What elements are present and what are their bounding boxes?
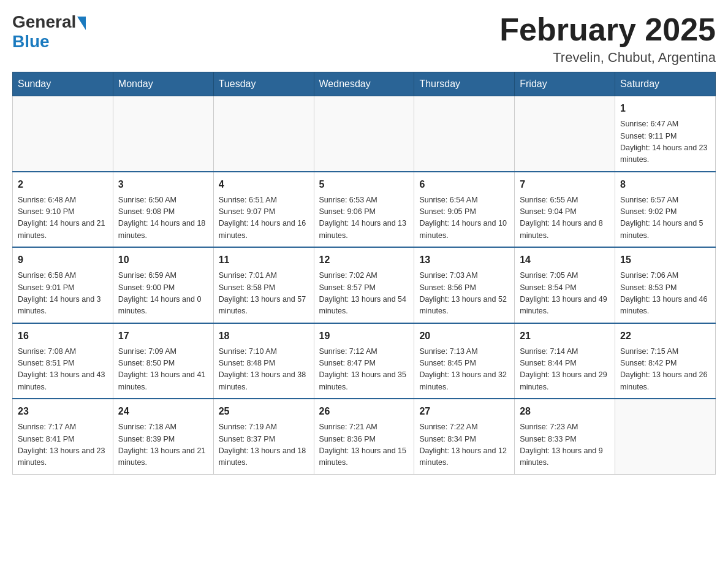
day-number: 17 — [118, 329, 208, 343]
day-info: Sunrise: 7:21 AMSunset: 8:36 PMDaylight:… — [319, 421, 409, 469]
day-info: Sunrise: 7:14 AMSunset: 8:44 PMDaylight:… — [520, 346, 610, 394]
day-number: 9 — [18, 253, 108, 267]
day-info: Sunrise: 6:55 AMSunset: 9:04 PMDaylight:… — [520, 194, 610, 242]
calendar-day: 9Sunrise: 6:58 AMSunset: 9:01 PMDaylight… — [13, 247, 113, 323]
calendar-day: 28Sunrise: 7:23 AMSunset: 8:33 PMDayligh… — [515, 399, 615, 474]
day-info: Sunrise: 7:01 AMSunset: 8:58 PMDaylight:… — [219, 270, 309, 318]
calendar-day: 16Sunrise: 7:08 AMSunset: 8:51 PMDayligh… — [13, 323, 113, 399]
calendar-header-thursday: Thursday — [414, 72, 515, 96]
day-number: 10 — [118, 253, 208, 267]
calendar-week-row: 1Sunrise: 6:47 AMSunset: 9:11 PMDaylight… — [13, 96, 716, 172]
day-info: Sunrise: 7:02 AMSunset: 8:57 PMDaylight:… — [319, 270, 409, 318]
day-number: 2 — [18, 177, 108, 192]
day-info: Sunrise: 7:08 AMSunset: 8:51 PMDaylight:… — [18, 346, 108, 394]
calendar-table: SundayMondayTuesdayWednesdayThursdayFrid… — [12, 72, 716, 475]
calendar-day — [213, 96, 314, 172]
day-info: Sunrise: 7:12 AMSunset: 8:47 PMDaylight:… — [319, 346, 409, 394]
day-number: 14 — [520, 253, 610, 267]
day-info: Sunrise: 7:22 AMSunset: 8:34 PMDaylight:… — [419, 421, 509, 469]
day-number: 27 — [419, 404, 509, 419]
day-info: Sunrise: 6:58 AMSunset: 9:01 PMDaylight:… — [18, 270, 108, 318]
calendar-header-row: SundayMondayTuesdayWednesdayThursdayFrid… — [13, 72, 716, 96]
calendar-day: 23Sunrise: 7:17 AMSunset: 8:41 PMDayligh… — [13, 399, 113, 474]
day-info: Sunrise: 7:15 AMSunset: 8:42 PMDaylight:… — [620, 346, 710, 394]
page-header: General Blue February 2025 Trevelin, Chu… — [12, 12, 716, 66]
calendar-day: 6Sunrise: 6:54 AMSunset: 9:05 PMDaylight… — [414, 172, 515, 248]
calendar-day — [414, 96, 515, 172]
calendar-day: 10Sunrise: 6:59 AMSunset: 9:00 PMDayligh… — [113, 247, 213, 323]
day-number: 1 — [620, 101, 710, 116]
day-number: 22 — [620, 329, 710, 343]
calendar-header-sunday: Sunday — [13, 72, 113, 96]
day-info: Sunrise: 7:19 AMSunset: 8:37 PMDaylight:… — [219, 421, 309, 469]
calendar-day: 18Sunrise: 7:10 AMSunset: 8:48 PMDayligh… — [213, 323, 314, 399]
day-info: Sunrise: 7:05 AMSunset: 8:54 PMDaylight:… — [520, 270, 610, 318]
day-number: 5 — [319, 177, 409, 192]
calendar-header-tuesday: Tuesday — [213, 72, 314, 96]
calendar-day: 27Sunrise: 7:22 AMSunset: 8:34 PMDayligh… — [414, 399, 515, 474]
day-info: Sunrise: 7:03 AMSunset: 8:56 PMDaylight:… — [419, 270, 509, 318]
day-number: 6 — [419, 177, 509, 192]
day-info: Sunrise: 7:18 AMSunset: 8:39 PMDaylight:… — [118, 421, 208, 469]
day-info: Sunrise: 6:57 AMSunset: 9:02 PMDaylight:… — [620, 194, 710, 242]
day-info: Sunrise: 7:10 AMSunset: 8:48 PMDaylight:… — [219, 346, 309, 394]
calendar-week-row: 16Sunrise: 7:08 AMSunset: 8:51 PMDayligh… — [13, 323, 716, 399]
day-info: Sunrise: 6:59 AMSunset: 9:00 PMDaylight:… — [118, 270, 208, 318]
location-subtitle: Trevelin, Chubut, Argentina — [499, 50, 716, 66]
calendar-day: 3Sunrise: 6:50 AMSunset: 9:08 PMDaylight… — [113, 172, 213, 248]
day-number: 13 — [419, 253, 509, 267]
logo-triangle-icon — [77, 17, 86, 30]
calendar-header-wednesday: Wednesday — [314, 72, 414, 96]
day-number: 23 — [18, 404, 108, 419]
day-number: 18 — [219, 329, 309, 343]
calendar-day: 15Sunrise: 7:06 AMSunset: 8:53 PMDayligh… — [615, 247, 716, 323]
calendar-day: 25Sunrise: 7:19 AMSunset: 8:37 PMDayligh… — [213, 399, 314, 474]
day-number: 11 — [219, 253, 309, 267]
calendar-day — [615, 399, 716, 474]
calendar-day: 19Sunrise: 7:12 AMSunset: 8:47 PMDayligh… — [314, 323, 414, 399]
calendar-week-row: 2Sunrise: 6:48 AMSunset: 9:10 PMDaylight… — [13, 172, 716, 248]
calendar-day: 26Sunrise: 7:21 AMSunset: 8:36 PMDayligh… — [314, 399, 414, 474]
day-number: 24 — [118, 404, 208, 419]
calendar-day: 22Sunrise: 7:15 AMSunset: 8:42 PMDayligh… — [615, 323, 716, 399]
calendar-day: 4Sunrise: 6:51 AMSunset: 9:07 PMDaylight… — [213, 172, 314, 248]
calendar-day — [113, 96, 213, 172]
day-info: Sunrise: 7:23 AMSunset: 8:33 PMDaylight:… — [520, 421, 610, 469]
calendar-day: 17Sunrise: 7:09 AMSunset: 8:50 PMDayligh… — [113, 323, 213, 399]
calendar-day: 12Sunrise: 7:02 AMSunset: 8:57 PMDayligh… — [314, 247, 414, 323]
day-number: 15 — [620, 253, 710, 267]
calendar-day: 24Sunrise: 7:18 AMSunset: 8:39 PMDayligh… — [113, 399, 213, 474]
day-number: 4 — [219, 177, 309, 192]
day-number: 25 — [219, 404, 309, 419]
calendar-week-row: 23Sunrise: 7:17 AMSunset: 8:41 PMDayligh… — [13, 399, 716, 474]
calendar-day: 1Sunrise: 6:47 AMSunset: 9:11 PMDaylight… — [615, 96, 716, 172]
calendar-day — [13, 96, 113, 172]
day-number: 19 — [319, 329, 409, 343]
calendar-header-monday: Monday — [113, 72, 213, 96]
day-info: Sunrise: 6:50 AMSunset: 9:08 PMDaylight:… — [118, 194, 208, 242]
calendar-day — [314, 96, 414, 172]
logo-blue-text: Blue — [12, 32, 50, 52]
day-info: Sunrise: 7:09 AMSunset: 8:50 PMDaylight:… — [118, 346, 208, 394]
logo: General Blue — [12, 12, 86, 52]
month-title: February 2025 — [499, 12, 716, 47]
day-info: Sunrise: 6:54 AMSunset: 9:05 PMDaylight:… — [419, 194, 509, 242]
calendar-day: 5Sunrise: 6:53 AMSunset: 9:06 PMDaylight… — [314, 172, 414, 248]
calendar-day: 7Sunrise: 6:55 AMSunset: 9:04 PMDaylight… — [515, 172, 615, 248]
calendar-day: 14Sunrise: 7:05 AMSunset: 8:54 PMDayligh… — [515, 247, 615, 323]
calendar-day: 21Sunrise: 7:14 AMSunset: 8:44 PMDayligh… — [515, 323, 615, 399]
day-number: 3 — [118, 177, 208, 192]
day-number: 12 — [319, 253, 409, 267]
calendar-day: 8Sunrise: 6:57 AMSunset: 9:02 PMDaylight… — [615, 172, 716, 248]
calendar-day — [515, 96, 615, 172]
day-info: Sunrise: 6:47 AMSunset: 9:11 PMDaylight:… — [620, 118, 710, 166]
day-number: 28 — [520, 404, 610, 419]
day-info: Sunrise: 7:06 AMSunset: 8:53 PMDaylight:… — [620, 270, 710, 318]
day-info: Sunrise: 7:13 AMSunset: 8:45 PMDaylight:… — [419, 346, 509, 394]
calendar-header-friday: Friday — [515, 72, 615, 96]
day-info: Sunrise: 6:53 AMSunset: 9:06 PMDaylight:… — [319, 194, 409, 242]
calendar-week-row: 9Sunrise: 6:58 AMSunset: 9:01 PMDaylight… — [13, 247, 716, 323]
calendar-day: 2Sunrise: 6:48 AMSunset: 9:10 PMDaylight… — [13, 172, 113, 248]
day-number: 20 — [419, 329, 509, 343]
calendar-day: 11Sunrise: 7:01 AMSunset: 8:58 PMDayligh… — [213, 247, 314, 323]
